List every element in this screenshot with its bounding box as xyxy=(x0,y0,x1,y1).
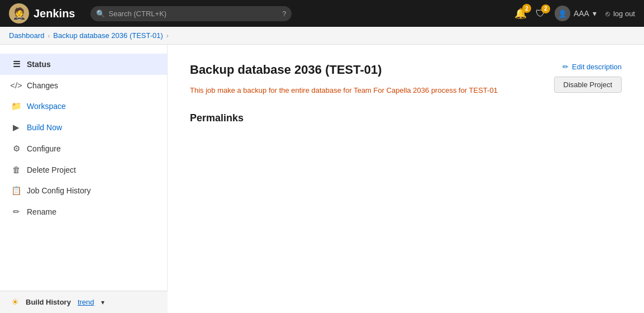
avatar: 👤 xyxy=(555,6,570,21)
sidebar-item-job-config-history[interactable]: 📋 Job Config History xyxy=(0,180,167,201)
logout-button[interactable]: ⎋ log out xyxy=(605,10,635,18)
search-help-icon[interactable]: ? xyxy=(282,10,286,18)
disable-project-button[interactable]: Disable Project xyxy=(554,77,622,93)
sidebar-item-rename[interactable]: ✏ Rename xyxy=(0,201,167,222)
logo[interactable]: 🤵 Jenkins xyxy=(9,3,75,23)
breadcrumb-project[interactable]: Backup database 2036 (TEST-01) xyxy=(53,31,163,40)
rename-icon: ✏ xyxy=(11,207,21,217)
search-input[interactable] xyxy=(90,6,292,21)
job-config-history-icon: 📋 xyxy=(11,186,21,196)
security-shield[interactable]: 🛡 2 xyxy=(536,8,546,20)
breadcrumb-dashboard[interactable]: Dashboard xyxy=(9,31,45,40)
build-now-icon: ▶ xyxy=(11,122,21,132)
permalinks-title: Permalinks xyxy=(190,112,622,124)
jenkins-title: Jenkins xyxy=(34,7,75,20)
sidebar-item-delete-project[interactable]: 🗑 Delete Project xyxy=(0,159,167,180)
sidebar-item-status[interactable]: ☰ Status xyxy=(0,54,167,75)
edit-description-label: Edit description xyxy=(572,63,622,71)
trend-link[interactable]: trend xyxy=(78,298,94,306)
edit-pencil-icon: ✏ xyxy=(562,63,569,71)
changes-icon: </> xyxy=(11,80,21,90)
security-badge: 2 xyxy=(541,4,550,13)
search-icon: 🔍 xyxy=(96,10,105,18)
sidebar-label-build-now: Build Now xyxy=(27,123,62,132)
sidebar: ☰ Status </> Changes 📁 Workspace ▶ Build… xyxy=(0,45,168,311)
main-content: Backup database 2036 (TEST-01) This job … xyxy=(168,45,644,311)
header-right: 🔔 2 🛡 2 👤 AAA ▾ ⎋ log out xyxy=(514,6,635,21)
breadcrumb: Dashboard › Backup database 2036 (TEST-0… xyxy=(0,27,644,45)
sidebar-label-status: Status xyxy=(27,60,51,69)
sidebar-item-configure[interactable]: ⚙ Configure xyxy=(0,138,167,159)
build-history-sun-icon: ☀ xyxy=(11,297,19,307)
build-history-footer: ☀ Build History trend ▾ xyxy=(0,291,168,311)
status-icon: ☰ xyxy=(11,59,21,69)
notifications-bell[interactable]: 🔔 2 xyxy=(514,7,527,20)
search-container: 🔍 ? xyxy=(90,6,292,21)
build-history-label: Build History xyxy=(26,298,71,306)
sidebar-label-workspace: Workspace xyxy=(27,102,66,111)
configure-icon: ⚙ xyxy=(11,144,21,154)
jenkins-logo-icon: 🤵 xyxy=(9,3,29,23)
main-layout: ☰ Status </> Changes 📁 Workspace ▶ Build… xyxy=(0,45,644,311)
sidebar-item-build-now[interactable]: ▶ Build Now xyxy=(0,117,167,138)
sidebar-label-rename: Rename xyxy=(27,207,56,216)
user-label: AAA xyxy=(574,9,589,18)
breadcrumb-expand-icon[interactable]: › xyxy=(166,32,169,40)
trend-chevron-icon[interactable]: ▾ xyxy=(101,298,104,306)
sidebar-label-delete-project: Delete Project xyxy=(27,165,76,174)
edit-description-link[interactable]: ✏ Edit description xyxy=(562,63,622,71)
delete-icon: 🗑 xyxy=(11,165,21,174)
header: 🤵 Jenkins 🔍 ? 🔔 2 🛡 2 👤 AAA ▾ ⎋ log out xyxy=(0,0,644,27)
main-actions: ✏ Edit description Disable Project xyxy=(554,63,622,93)
sidebar-item-changes[interactable]: </> Changes xyxy=(0,75,167,96)
workspace-icon: 📁 xyxy=(11,101,21,111)
breadcrumb-sep-1: › xyxy=(48,32,50,39)
logout-icon: ⎋ xyxy=(605,10,610,18)
sidebar-label-changes: Changes xyxy=(27,81,58,90)
chevron-down-icon: ▾ xyxy=(593,9,597,18)
user-menu[interactable]: 👤 AAA ▾ xyxy=(555,6,597,21)
sidebar-label-job-config-history: Job Config History xyxy=(27,186,90,195)
notifications-badge: 2 xyxy=(522,4,531,13)
sidebar-item-workspace[interactable]: 📁 Workspace xyxy=(0,96,167,117)
logout-label: log out xyxy=(613,10,635,18)
sidebar-label-configure: Configure xyxy=(27,144,61,153)
